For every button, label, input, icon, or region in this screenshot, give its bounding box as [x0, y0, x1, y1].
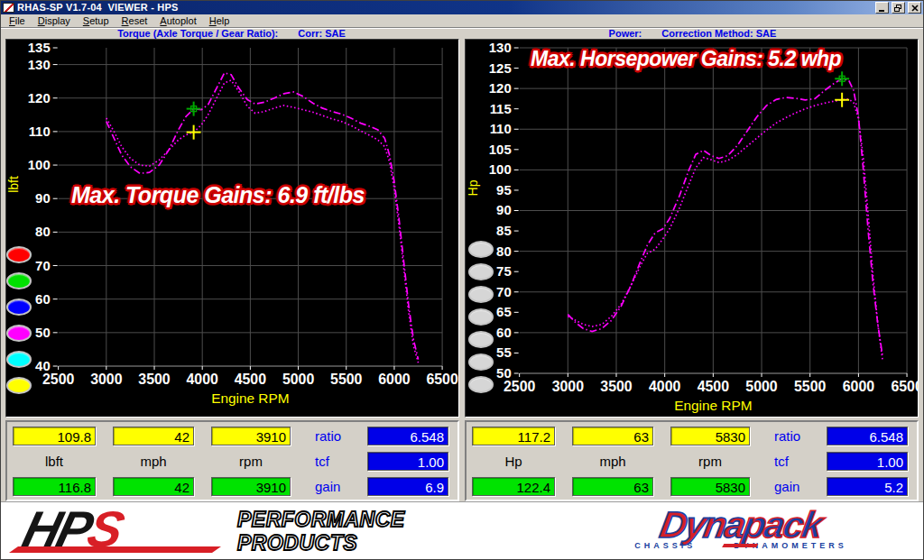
x-tick-label: 2500: [504, 379, 535, 394]
x-tick-label: 4500: [235, 372, 266, 387]
power-modified-cursor[interactable]: [835, 71, 849, 86]
x-tick-label: 3000: [90, 372, 122, 387]
x-tick-label: 5500: [330, 372, 362, 387]
menu-item-help[interactable]: Help: [203, 14, 236, 27]
torque-header-correction: Corr: SAE: [298, 28, 346, 39]
app-icon: [3, 3, 14, 13]
y-tick-label: 90: [496, 202, 512, 217]
torque-baseline-mph-value: 42: [113, 427, 194, 445]
power-gain-annotation: Max. Horsepower Gains: 5.2 whp: [531, 47, 841, 71]
power-modified-rpm-value: 5830: [670, 477, 750, 496]
torque-column-label-lbft: lbft: [13, 452, 96, 471]
torque-chart-panel: Max. Torque Gains: 6.9 ft/lbs 2500300035…: [5, 39, 459, 418]
y-axis-title: Hp: [466, 179, 480, 196]
torque-trace-button-2[interactable]: [6, 272, 32, 289]
power-gain-value: 5.2: [827, 477, 908, 496]
power-trace-button-5[interactable]: [468, 331, 494, 348]
y-tick-label: 130: [489, 40, 512, 55]
power-data-panel: 117.2635830Hpmphrpm122.4635830ratio6.548…: [465, 420, 919, 501]
x-tick-label: 6000: [843, 379, 874, 394]
x-tick-label: 5000: [282, 372, 314, 387]
menu-item-autoplot[interactable]: Autoplot: [153, 14, 202, 27]
window-title: RHAS-SP V1.7-04 VIEWER - HPS: [17, 1, 873, 14]
power-tcf-value: 1.00: [827, 452, 908, 471]
dynapack-caption-chassis: CHASSIS: [634, 541, 696, 550]
torque-modified-rpm-value: 3910: [211, 477, 291, 496]
power-trace-button-3[interactable]: [468, 286, 494, 303]
x-tick-label: 3500: [600, 379, 632, 394]
torque-baseline-cursor[interactable]: [187, 125, 201, 140]
logo-strip: HPS PERFORMANCE PRODUCTS Dynapack CHASSI…: [1, 501, 923, 560]
power-column-label-mph: mph: [572, 452, 653, 471]
power-plot[interactable]: 2500300035004000450050005500600065001301…: [466, 40, 918, 417]
power-baseline-hp-value: 117.2: [472, 427, 555, 445]
restore-button[interactable]: [892, 2, 905, 14]
power-trace-button-2[interactable]: [468, 263, 494, 280]
minimize-button[interactable]: [875, 2, 889, 14]
torque-trace-button-4[interactable]: [6, 325, 32, 342]
torque-baseline-run-curve: [106, 80, 419, 363]
menu-item-setup[interactable]: Setup: [77, 14, 116, 27]
y-tick-label: 70: [35, 257, 51, 272]
x-tick-label: 4000: [187, 372, 218, 387]
torque-ratio-value: 6.548: [367, 427, 448, 445]
power-ratio-value: 6.548: [827, 427, 908, 445]
power-trace-button-6[interactable]: [468, 353, 494, 371]
y-tick-label: 80: [496, 243, 512, 259]
y-tick-label: 50: [496, 365, 512, 381]
torque-data-panel: 109.8423910lbftmphrpm116.8423910ratio6.5…: [5, 420, 459, 501]
torque-gain-label: gain: [315, 477, 340, 496]
y-tick-label: 60: [35, 291, 51, 307]
torque-trace-button-6[interactable]: [6, 377, 32, 394]
x-tick-label: 3500: [138, 372, 170, 387]
power-trace-button-1[interactable]: [468, 241, 494, 258]
power-tcf-label: tcf: [774, 452, 789, 471]
y-tick-label: 95: [496, 182, 512, 197]
power-baseline-cursor[interactable]: [835, 93, 849, 107]
power-column-label-rpm: rpm: [670, 452, 750, 471]
y-tick-label: 100: [28, 157, 51, 172]
dynapack-wordmark: Dynapack: [658, 507, 825, 543]
menu-item-display[interactable]: Display: [32, 14, 77, 27]
hps-logo-text: HPS: [18, 503, 127, 555]
hps-logo: HPS: [24, 503, 241, 559]
torque-plot[interactable]: 2500300035004000450050005500600065001351…: [6, 40, 458, 417]
y-tick-label: 110: [29, 124, 51, 139]
torque-header-title: Torque (Axle Torque / Gear Ratio):: [117, 28, 278, 39]
y-tick-label: 80: [35, 224, 51, 239]
torque-modified-run-curve: [106, 73, 419, 360]
x-tick-label: 2500: [42, 372, 74, 387]
power-ratio-label: ratio: [774, 427, 800, 445]
power-column-label-hp: Hp: [472, 452, 555, 471]
torque-column-label-rpm: rpm: [211, 452, 291, 471]
torque-trace-button-5[interactable]: [6, 351, 32, 368]
y-tick-label: 120: [489, 80, 512, 96]
power-trace-button-7[interactable]: [468, 376, 494, 393]
y-tick-label: 60: [496, 325, 512, 340]
window-titlebar: RHAS-SP V1.7-04 VIEWER - HPS: [1, 1, 923, 14]
y-tick-label: 40: [35, 358, 51, 373]
menu-item-file[interactable]: File: [3, 14, 32, 27]
close-button[interactable]: [908, 2, 921, 14]
torque-gain-annotation: Max. Torque Gains: 6.9 ft/lbs: [71, 182, 365, 208]
y-tick-label: 135: [28, 40, 51, 55]
x-axis-title: Engine RPM: [211, 390, 289, 406]
y-tick-label: 90: [35, 190, 51, 206]
x-tick-label: 5500: [794, 379, 826, 394]
menu-bar: FileDisplaySetupResetAutoplotHelp: [1, 14, 923, 28]
charts-row: Max. Torque Gains: 6.9 ft/lbs 2500300035…: [1, 39, 923, 418]
torque-chart-header: Torque (Axle Torque / Gear Ratio): Corr:…: [1, 28, 462, 39]
x-tick-label: 3000: [552, 379, 584, 394]
torque-trace-button-3[interactable]: [6, 298, 32, 316]
torque-tcf-value: 1.00: [367, 452, 448, 471]
power-trace-button-4[interactable]: [468, 308, 494, 326]
torque-modified-mph-value: 42: [113, 477, 194, 496]
power-baseline-run-curve: [568, 99, 882, 362]
torque-tcf-label: tcf: [315, 452, 329, 471]
power-baseline-rpm-value: 5830: [670, 427, 750, 445]
power-modified-run-curve: [568, 78, 882, 357]
x-axis-title: Engine RPM: [674, 398, 752, 413]
hps-tagline: PERFORMANCE PRODUCTS: [237, 508, 405, 555]
torque-trace-button-1[interactable]: [6, 246, 32, 263]
menu-item-reset[interactable]: Reset: [116, 14, 154, 27]
